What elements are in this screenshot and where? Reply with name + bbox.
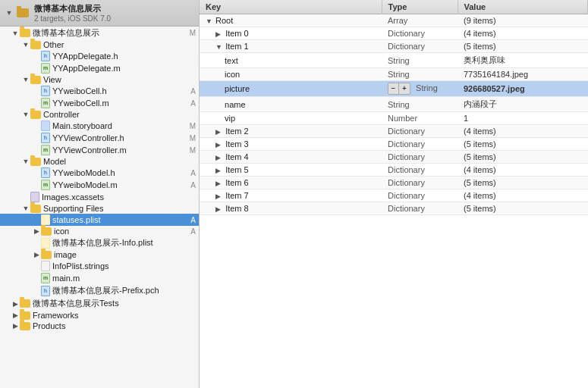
- chevron-right-icon: ▶: [11, 300, 20, 308]
- chevron-down-icon: ▼: [21, 111, 30, 118]
- key-cell: ▶ Item 8: [200, 202, 382, 215]
- value-cell: (4 items): [458, 125, 588, 138]
- sidebar-item-image[interactable]: ▶ image: [0, 249, 199, 260]
- table-row[interactable]: ▼ Item 1 Dictionary (5 items): [200, 40, 588, 53]
- chevron-down-icon: ▼: [21, 76, 30, 83]
- expand-triangle-icon: ▶: [215, 192, 223, 200]
- type-cell: Dictionary: [382, 202, 458, 215]
- stepper-decrement-button[interactable]: −: [388, 83, 399, 94]
- expand-triangle-icon: ▶: [215, 205, 223, 213]
- sidebar-item-statuses-plist[interactable]: statuses.plist A: [0, 214, 199, 226]
- stepper-increment-button[interactable]: +: [399, 83, 410, 94]
- key-cell: ▶ Item 4: [200, 151, 382, 164]
- table-row[interactable]: icon String 7735164184.jpeg: [200, 68, 588, 81]
- table-row[interactable]: name String 内涵段子: [200, 97, 588, 112]
- value-cell: (5 items): [458, 151, 588, 164]
- type-stepper[interactable]: − +: [388, 83, 410, 95]
- type-cell: Dictionary: [382, 27, 458, 40]
- key-cell: ▶ Item 3: [200, 138, 382, 151]
- sidebar-item-yyweibocell-m[interactable]: m YYweiboCell.m A: [0, 97, 199, 109]
- key-cell: vip: [200, 112, 382, 125]
- key-cell: picture: [200, 81, 382, 97]
- sidebar-item-infoplist-strings[interactable]: InfoPlist.strings: [0, 260, 199, 272]
- value-cell: (9 items): [458, 14, 588, 27]
- table-header-row: Key Type Value: [200, 0, 588, 14]
- expand-triangle-icon: ▼: [215, 43, 223, 51]
- sidebar-item-yyviewcontroller-m[interactable]: m YYViewController.m M: [0, 144, 199, 156]
- value-cell: (4 items): [458, 189, 588, 202]
- table-row[interactable]: ▶ Item 8 Dictionary (5 items): [200, 202, 588, 215]
- chevron-right-icon: ▶: [11, 322, 20, 330]
- column-type: Type: [382, 0, 458, 14]
- value-cell: 内涵段子: [458, 97, 588, 112]
- project-header: ▼ 微博基本信息展示 2 targets, iOS SDK 7.0: [0, 0, 199, 27]
- sidebar-item-yyappdelegate-h[interactable]: h YYAppDelegate.h: [0, 50, 199, 62]
- column-value: Value: [458, 0, 588, 14]
- expand-triangle-icon: ▼: [206, 17, 213, 25]
- chevron-down-icon: ▼: [21, 158, 30, 165]
- table-row[interactable]: vip Number 1: [200, 112, 588, 125]
- value-cell: (4 items): [458, 164, 588, 177]
- value-cell: 奥利奥原味: [458, 53, 588, 68]
- sidebar-item-other[interactable]: ▼ Other: [0, 39, 199, 50]
- sidebar-item-yyweibomodel-m[interactable]: m YYweiboModel.m A: [0, 179, 199, 191]
- sidebar-item-yyweibocell-h[interactable]: h YYweiboCell.h A: [0, 85, 199, 97]
- sidebar-item-yyviewcontroller-h[interactable]: h YYViewController.h M: [0, 132, 199, 144]
- sidebar-item-icon[interactable]: ▶ icon A: [0, 226, 199, 236]
- table-row[interactable]: ▶ Item 6 Dictionary (5 items): [200, 177, 588, 189]
- sidebar-item-tests[interactable]: ▶ 微博基本信息展示Tests: [0, 297, 199, 310]
- expand-triangle-icon: ▶: [215, 154, 223, 161]
- key-cell: text: [200, 53, 382, 68]
- table-row-selected[interactable]: picture − + String 926680527.jpeg: [200, 81, 588, 97]
- sidebar-item-images-xcassets[interactable]: Images.xcassets: [0, 191, 199, 203]
- chevron-down-icon: ▼: [21, 205, 30, 212]
- expand-triangle-icon: ▶: [215, 128, 223, 136]
- value-cell: 1: [458, 112, 588, 125]
- key-cell: ▼ Root: [200, 14, 382, 27]
- sidebar-item-yyweibomodel-h[interactable]: h YYweiboModel.h A: [0, 167, 199, 179]
- table-row[interactable]: ▶ Item 5 Dictionary (4 items): [200, 164, 588, 177]
- type-cell: String: [382, 97, 458, 112]
- sidebar-item-products[interactable]: ▶ Products: [0, 321, 199, 331]
- chevron-down-icon: ▼: [11, 30, 20, 37]
- expand-triangle-icon: ▶: [215, 141, 223, 149]
- sidebar-item-main-storyboard[interactable]: Main.storyboard M: [0, 120, 199, 132]
- sidebar-item-info-plist[interactable]: 微博基本信息展示-Info.plist: [0, 236, 199, 249]
- sidebar-item-supporting-files[interactable]: ▼ Supporting Files: [0, 203, 199, 214]
- key-cell: ▶ Item 6: [200, 177, 382, 189]
- table-row[interactable]: ▶ Item 2 Dictionary (4 items): [200, 125, 588, 138]
- key-cell: icon: [200, 68, 382, 81]
- sidebar-item-prefix-pch[interactable]: h 微博基本信息展示-Prefix.pch: [0, 284, 199, 297]
- table-row[interactable]: ▶ Item 3 Dictionary (5 items): [200, 138, 588, 151]
- value-cell[interactable]: 926680527.jpeg: [458, 81, 588, 97]
- sidebar-item-main-m[interactable]: m main.m: [0, 272, 199, 284]
- value-cell: 7735164184.jpeg: [458, 68, 588, 81]
- file-tree: ▼ 微博基本信息展示 M ▼ Other h YYAppDelegate.h m…: [0, 27, 199, 331]
- table-row[interactable]: ▶ Item 0 Dictionary (4 items): [200, 27, 588, 40]
- table-row[interactable]: ▶ Item 4 Dictionary (5 items): [200, 151, 588, 164]
- project-chevron-icon: ▼: [5, 9, 14, 17]
- type-cell: Number: [382, 112, 458, 125]
- value-cell: (4 items): [458, 27, 588, 40]
- sidebar-item-controller[interactable]: ▼ Controller: [0, 109, 199, 120]
- type-cell: Dictionary: [382, 151, 458, 164]
- table-row[interactable]: text String 奥利奥原味: [200, 53, 588, 68]
- chevron-down-icon: ▼: [21, 41, 30, 48]
- value-cell: (5 items): [458, 202, 588, 215]
- expand-triangle-icon: ▶: [215, 180, 223, 187]
- sidebar-item-yyappdelegate-m[interactable]: m YYAppDelegate.m: [0, 62, 199, 74]
- table-row[interactable]: ▼ Root Array (9 items): [200, 14, 588, 27]
- sidebar-item-model[interactable]: ▼ Model: [0, 156, 199, 167]
- project-subtitle: 2 targets, iOS SDK 7.0: [34, 14, 111, 23]
- type-cell: String: [382, 53, 458, 68]
- sidebar-item-root-project[interactable]: ▼ 微博基本信息展示 M: [0, 27, 199, 39]
- sidebar-item-view[interactable]: ▼ View: [0, 74, 199, 85]
- chevron-right-icon: ▶: [32, 227, 41, 235]
- type-cell: Dictionary: [382, 125, 458, 138]
- table-row[interactable]: ▶ Item 7 Dictionary (4 items): [200, 189, 588, 202]
- type-cell[interactable]: − + String: [382, 81, 458, 97]
- sidebar-item-frameworks[interactable]: ▶ Frameworks: [0, 310, 199, 321]
- file-navigator[interactable]: ▼ 微博基本信息展示 2 targets, iOS SDK 7.0 ▼ 微博基本…: [0, 0, 200, 388]
- type-cell: String: [382, 68, 458, 81]
- value-cell: (5 items): [458, 138, 588, 151]
